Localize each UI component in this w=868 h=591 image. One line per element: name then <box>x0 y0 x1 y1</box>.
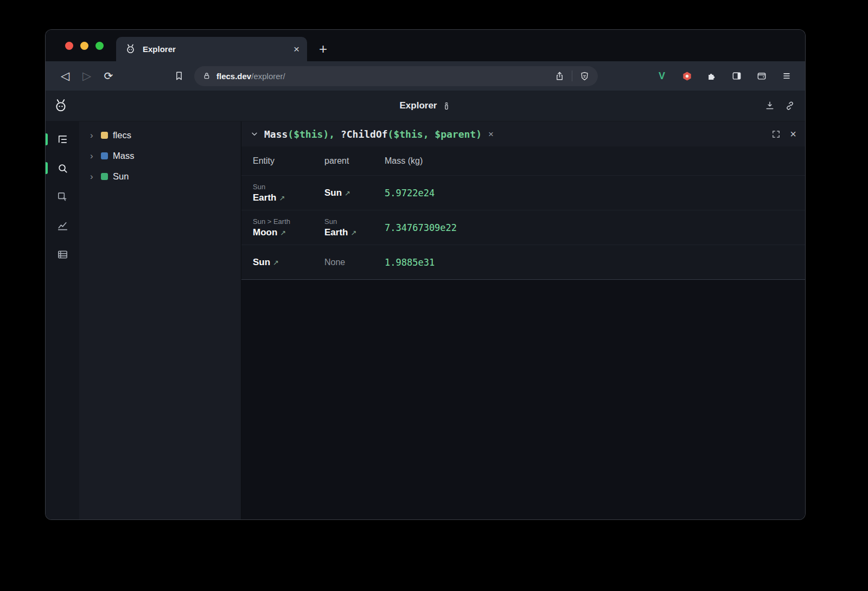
query-header: Mass($this), ?ChildOf($this, $parent) × … <box>241 121 805 146</box>
tree-view-icon[interactable] <box>55 132 69 146</box>
link-icon[interactable] <box>784 100 795 111</box>
table-row: Sun > Earth Moon↗ Sun Earth↗ 7.34767309e… <box>241 210 805 245</box>
url-domain: flecs.dev <box>216 72 251 81</box>
entity-path: Sun <box>253 183 324 191</box>
clear-query-icon[interactable]: × <box>488 130 494 139</box>
tree-item-label: Mass <box>113 151 134 161</box>
parent-none: None <box>324 258 385 267</box>
entity-path: Sun > Earth <box>253 217 324 226</box>
query-args: ($this), <box>288 129 341 140</box>
zoom-window-button[interactable] <box>95 42 104 50</box>
entity-link[interactable]: Earth <box>253 192 276 203</box>
bookmark-icon[interactable] <box>168 66 190 86</box>
active-indicator <box>46 162 48 174</box>
query-actions: × <box>771 129 796 139</box>
link-arrow-icon[interactable]: ↗ <box>273 259 279 267</box>
lock-icon <box>202 72 211 80</box>
flecs-logo-icon <box>53 98 68 113</box>
sidebar-toggle-icon[interactable] <box>728 67 745 85</box>
desktop-background: Explorer × + ◁ ▷ ⟳ fl <box>0 0 868 591</box>
column-header-mass: Mass (kg) <box>385 156 794 166</box>
url-bar[interactable]: flecs.dev/explorer/ <box>194 66 598 86</box>
tree-item-label: flecs <box>113 130 131 140</box>
query-term: ?ChildOf <box>341 129 388 140</box>
entity-color-swatch <box>101 173 108 180</box>
query-panel: Mass($this), ?ChildOf($this, $parent) × … <box>241 121 805 519</box>
link-arrow-icon[interactable]: ↗ <box>279 194 285 202</box>
entity-tree-panel: › flecs › Mass › Sun <box>79 121 241 519</box>
tab-close-icon[interactable]: × <box>293 44 299 54</box>
table-row: Sun↗ None 1.9885e31 <box>241 245 805 279</box>
close-query-icon[interactable]: × <box>790 129 796 139</box>
stats-chart-icon[interactable] <box>55 219 69 233</box>
minimize-window-button[interactable] <box>80 42 88 50</box>
query-term: Mass <box>264 129 288 140</box>
brave-shield-icon[interactable] <box>579 71 590 81</box>
parent-cell: Sun Earth↗ <box>324 217 385 238</box>
entity-link[interactable]: Sun <box>253 257 270 267</box>
parent-link[interactable]: Earth <box>324 227 348 237</box>
extensions-puzzle-icon[interactable] <box>703 67 720 85</box>
query-expression[interactable]: Mass($this), ?ChildOf($this, $parent) <box>264 129 482 140</box>
tree-item-flecs[interactable]: › flecs <box>79 125 241 145</box>
vue-devtools-icon[interactable]: V <box>653 67 671 85</box>
expand-fullscreen-icon[interactable] <box>771 130 781 139</box>
parent-cell: Sun↗ <box>324 188 385 198</box>
back-button[interactable]: ◁ <box>54 66 76 86</box>
url-path: /explorer/ <box>251 72 285 81</box>
extension-row: V <box>653 67 796 85</box>
header-actions <box>764 100 795 111</box>
browser-window: Explorer × + ◁ ▷ ⟳ fl <box>46 30 805 519</box>
link-arrow-icon[interactable]: ↗ <box>350 229 356 237</box>
tree-item-label: Sun <box>113 171 129 182</box>
reload-button[interactable]: ⟳ <box>98 66 119 86</box>
table-rows-icon[interactable] <box>55 247 69 261</box>
download-icon[interactable] <box>764 100 775 111</box>
connection-remote-icon[interactable] <box>442 101 451 111</box>
entity-cell: Sun↗ <box>253 257 324 268</box>
chevron-right-icon[interactable]: › <box>90 172 96 181</box>
share-icon[interactable] <box>554 71 565 81</box>
flecs-favicon-icon <box>125 43 136 55</box>
chevron-right-icon[interactable]: › <box>90 131 96 140</box>
column-header-parent: parent <box>324 156 385 166</box>
entity-color-swatch <box>101 132 108 139</box>
hexagon-extension-icon[interactable] <box>678 67 695 85</box>
tab-strip: Explorer × + <box>46 30 805 61</box>
table-row: Sun Earth↗ Sun↗ 5.9722e24 <box>241 175 805 210</box>
divider <box>572 70 572 81</box>
parent-link[interactable]: Sun <box>324 188 342 198</box>
tree-item-sun[interactable]: › Sun <box>79 166 241 187</box>
tree-item-mass[interactable]: › Mass <box>79 145 241 166</box>
browser-tab[interactable]: Explorer × <box>116 37 307 61</box>
column-header-entity: Entity <box>253 156 324 166</box>
link-arrow-icon[interactable]: ↗ <box>280 229 286 237</box>
close-window-button[interactable] <box>65 42 73 50</box>
link-arrow-icon[interactable]: ↗ <box>344 189 350 197</box>
inspect-icon[interactable] <box>55 190 69 204</box>
wallet-icon[interactable] <box>753 67 770 85</box>
parent-path: Sun <box>324 217 385 226</box>
page-title: Explorer <box>400 100 451 111</box>
entity-cell: Sun Earth↗ <box>253 183 324 203</box>
parent-cell: None <box>324 258 385 267</box>
chevron-down-icon[interactable] <box>250 130 259 138</box>
entity-cell: Sun > Earth Moon↗ <box>253 217 324 238</box>
active-indicator <box>46 133 48 145</box>
menu-icon[interactable] <box>778 67 795 85</box>
mass-value: 5.9722e24 <box>385 188 794 198</box>
forward-button[interactable]: ▷ <box>76 66 98 86</box>
page-title-text: Explorer <box>400 100 437 111</box>
entity-link[interactable]: Moon <box>253 227 277 237</box>
query-results-table: Entity parent Mass (kg) Sun Earth↗ <box>241 146 805 280</box>
mass-value: 7.34767309e22 <box>385 222 794 233</box>
app-header: Explorer <box>46 91 805 121</box>
navigation-bar: ◁ ▷ ⟳ flecs.dev/explorer/ <box>46 61 805 91</box>
table-header-row: Entity parent Mass (kg) <box>241 146 805 175</box>
chevron-right-icon[interactable]: › <box>90 151 96 160</box>
tool-sidebar <box>46 121 79 519</box>
traffic-lights <box>65 42 104 50</box>
query-search-icon[interactable] <box>55 161 69 175</box>
new-tab-button[interactable]: + <box>319 42 327 56</box>
mass-value: 1.9885e31 <box>385 257 794 268</box>
